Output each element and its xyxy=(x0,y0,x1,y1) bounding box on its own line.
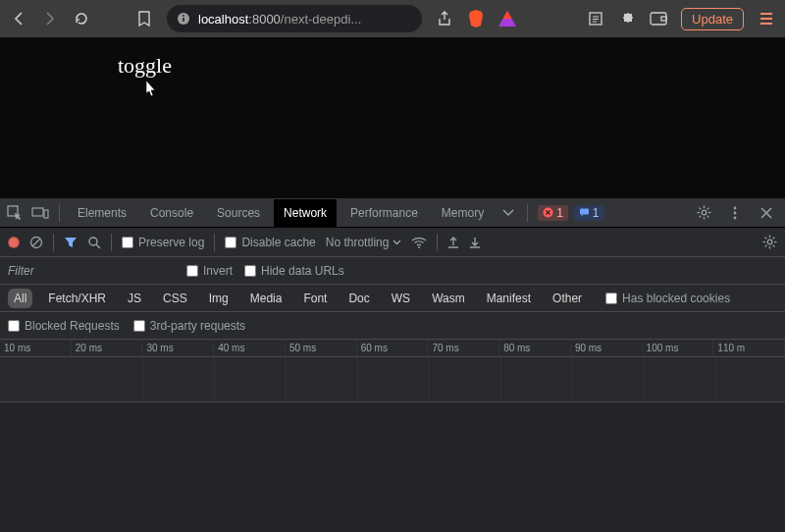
type-media[interactable]: Media xyxy=(244,289,288,308)
filter-toggle-button[interactable] xyxy=(64,237,78,248)
svg-line-39 xyxy=(765,238,767,239)
reader-mode-button[interactable] xyxy=(587,10,604,27)
type-wasm[interactable]: Wasm xyxy=(426,289,471,308)
record-button[interactable] xyxy=(8,237,20,248)
svg-point-28 xyxy=(734,216,737,219)
devtools-menu-button[interactable] xyxy=(724,202,746,224)
has-blocked-cookies-label: Has blocked cookies xyxy=(622,292,730,305)
tab-console[interactable]: Console xyxy=(140,199,203,227)
tab-performance[interactable]: Performance xyxy=(340,199,428,227)
type-img[interactable]: Img xyxy=(203,289,235,308)
network-settings-button[interactable] xyxy=(762,235,777,249)
svg-point-17 xyxy=(702,210,706,215)
timeline-tick: 80 ms xyxy=(499,340,571,356)
search-button[interactable] xyxy=(87,236,101,249)
update-button[interactable]: Update xyxy=(681,8,744,30)
site-info-icon[interactable] xyxy=(177,12,190,26)
svg-line-24 xyxy=(706,208,708,210)
export-har-button[interactable] xyxy=(469,236,481,249)
gear-icon xyxy=(697,205,711,220)
info-count: 1 xyxy=(593,206,600,220)
reload-button[interactable] xyxy=(73,10,90,27)
disable-cache-label: Disable cache xyxy=(241,236,315,249)
has-blocked-cookies-checkbox[interactable]: Has blocked cookies xyxy=(605,292,730,305)
import-har-button[interactable] xyxy=(447,236,459,249)
console-error-badge[interactable]: 1 xyxy=(538,205,568,221)
svg-rect-13 xyxy=(32,208,43,216)
error-count: 1 xyxy=(556,206,563,220)
message-icon xyxy=(579,207,590,218)
timeline-overview[interactable] xyxy=(0,357,785,402)
svg-line-23 xyxy=(706,216,708,218)
preserve-log-checkbox[interactable]: Preserve log xyxy=(122,236,204,249)
type-all[interactable]: All xyxy=(8,289,32,308)
brave-rewards-icon[interactable] xyxy=(498,10,516,27)
third-party-checkbox[interactable]: 3rd-party requests xyxy=(133,319,245,333)
extensions-button[interactable] xyxy=(618,10,636,27)
page-viewport: toggle xyxy=(0,37,785,198)
type-ws[interactable]: WS xyxy=(386,289,416,308)
filter-input[interactable] xyxy=(8,264,175,278)
disable-cache-checkbox[interactable]: Disable cache xyxy=(225,236,315,249)
network-toolbar: Preserve log Disable cache No throttling xyxy=(0,228,785,257)
more-tabs-button[interactable] xyxy=(497,202,519,224)
share-button[interactable] xyxy=(436,10,453,27)
nav-forward-button[interactable] xyxy=(41,10,59,27)
svg-line-42 xyxy=(765,245,767,247)
svg-line-22 xyxy=(699,208,701,210)
tab-network[interactable]: Network xyxy=(274,199,337,227)
svg-point-31 xyxy=(89,238,97,245)
search-icon xyxy=(87,236,101,249)
type-font[interactable]: Font xyxy=(297,289,333,308)
download-icon xyxy=(469,236,481,249)
type-other[interactable]: Other xyxy=(547,289,588,308)
network-conditions-button[interactable] xyxy=(411,237,427,248)
clear-button[interactable] xyxy=(29,236,43,249)
app-menu-button[interactable] xyxy=(758,10,775,27)
invert-label: Invert xyxy=(203,264,233,278)
network-extra-filters: Blocked Requests 3rd-party requests xyxy=(0,312,785,340)
bookmark-button[interactable] xyxy=(135,10,153,27)
devtools-close-button[interactable] xyxy=(756,202,777,224)
preserve-log-label: Preserve log xyxy=(138,236,204,249)
throttling-select[interactable]: No throttling xyxy=(326,236,402,249)
svg-rect-14 xyxy=(44,210,48,218)
funnel-icon xyxy=(64,237,78,248)
gear-icon xyxy=(762,235,777,249)
type-js[interactable]: JS xyxy=(122,289,147,308)
timeline-tick: 20 ms xyxy=(72,340,143,356)
clear-icon xyxy=(29,236,43,249)
timeline-tick: 90 ms xyxy=(571,340,643,356)
devtools-tabstrip: Elements Console Sources Network Perform… xyxy=(0,198,785,228)
devtools-settings-button[interactable] xyxy=(693,202,714,224)
request-table-empty xyxy=(0,402,785,532)
device-mode-button[interactable] xyxy=(29,202,51,224)
network-timeline[interactable]: 10 ms 20 ms 30 ms 40 ms 50 ms 60 ms 70 m… xyxy=(0,340,785,532)
type-fetch-xhr[interactable]: Fetch/XHR xyxy=(42,289,112,308)
tab-memory[interactable]: Memory xyxy=(432,199,494,227)
error-icon xyxy=(543,207,553,218)
svg-rect-16 xyxy=(580,209,589,215)
brave-shields-icon[interactable] xyxy=(467,10,485,27)
timeline-tick: 40 ms xyxy=(214,340,286,356)
type-doc[interactable]: Doc xyxy=(342,289,375,308)
inspect-element-button[interactable] xyxy=(4,202,26,224)
timeline-tick: 70 ms xyxy=(428,340,499,356)
tab-sources[interactable]: Sources xyxy=(207,199,270,227)
wallet-button[interactable] xyxy=(650,10,667,27)
url-bar[interactable]: localhost:8000/next-deepdi... xyxy=(167,5,422,32)
svg-rect-1 xyxy=(183,18,184,22)
invert-checkbox[interactable]: Invert xyxy=(186,264,233,278)
hide-data-urls-checkbox[interactable]: Hide data URLs xyxy=(244,264,344,278)
blocked-requests-checkbox[interactable]: Blocked Requests xyxy=(8,319,120,333)
nav-back-button[interactable] xyxy=(10,10,27,27)
network-filter-bar: Invert Hide data URLs xyxy=(0,257,785,285)
mouse-cursor-icon xyxy=(143,79,159,98)
type-css[interactable]: CSS xyxy=(157,289,193,308)
console-info-badge[interactable]: 1 xyxy=(574,205,604,221)
type-manifest[interactable]: Manifest xyxy=(481,289,537,308)
svg-rect-7 xyxy=(651,13,666,25)
timeline-tick: 60 ms xyxy=(357,340,429,356)
tab-elements[interactable]: Elements xyxy=(68,199,136,227)
toggle-link[interactable]: toggle xyxy=(118,53,172,78)
